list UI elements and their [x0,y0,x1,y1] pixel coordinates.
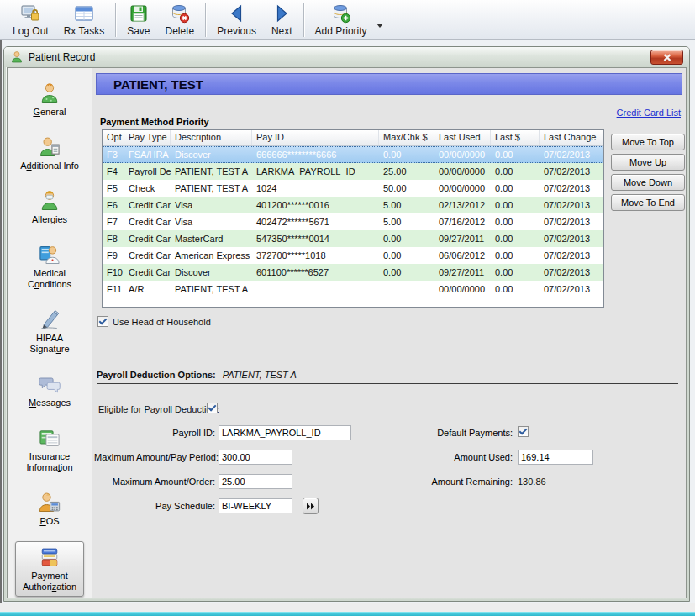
sidebar-item-insurance-information[interactable]: Insurance Information [16,423,83,476]
cell-last-amt: 0.00 [491,281,540,297]
column-header-pay-type[interactable]: Pay Type [124,130,171,145]
table-header-row: Opt Pay Type Description Pay ID Max/Chk … [103,130,603,146]
column-header-pay-id[interactable]: Pay ID [252,130,379,145]
max-amount-pay-period-label: Maximum Amount/Pay Period: [94,452,215,462]
close-button[interactable] [650,50,683,65]
payroll-section-subtitle: PATIENT, TEST A [223,370,297,380]
bottom-accent-bar [0,612,695,616]
credit-card-list-link[interactable]: Credit Card List [617,108,681,118]
cell-last-amt: 0.00 [491,163,540,180]
column-header-max-chk[interactable]: Max/Chk $ [379,130,434,145]
move-to-end-button[interactable]: Move To End [611,194,685,211]
table-row[interactable]: F10Credit CardDiscover601100******65270.… [103,264,603,281]
sidebar-label-medical-conditions: Medical Conditions [18,268,82,290]
payment-method-priority-title: Payment Method Priority [100,117,209,127]
save-button[interactable]: Save [119,0,157,39]
cell-pay-type: FSA/HRA ... [124,146,171,163]
cell-max-chk: 5.00 [379,197,434,213]
cell-description: MasterCard [171,230,252,247]
eligible-for-payroll-checkbox[interactable] [207,403,218,413]
allergies-person-mask-icon [38,189,61,213]
sidebar-item-payment-authorization[interactable]: Payment Authorization [15,541,84,597]
cell-last-amt: 0.00 [491,230,540,247]
sidebar-item-messages[interactable]: Messages [16,369,83,412]
window-body: General Additional Info [7,67,687,598]
sidebar-label-messages: Messages [18,398,82,408]
patient-record-window: Patient Record Genera [3,46,690,602]
pay-schedule-input[interactable] [219,498,292,513]
column-header-last-change[interactable]: Last Change [540,130,604,145]
cell-last-used: 09/27/2011 [434,264,491,281]
cell-description: Discover [171,146,252,163]
max-amount-order-input[interactable] [219,474,292,489]
add-priority-dropdown-arrow-icon[interactable] [376,24,383,28]
max-amount-pay-period-input[interactable] [219,450,292,465]
default-payments-checkbox[interactable] [518,426,529,437]
cell-last-used: 07/16/2012 [434,213,491,230]
rx-tasks-label: Rx Tasks [64,25,104,37]
use-head-of-household-checkbox[interactable] [97,316,108,327]
payment-authorization-icon [38,545,61,569]
sidebar: General Additional Info [8,68,92,598]
window-title: Patient Record [29,51,95,63]
table-row[interactable]: F3FSA/HRA ...Discover666666********66660… [103,146,603,163]
table-row[interactable]: F11A/RPATIENT, TEST A00/00/00000.0007/02… [103,281,603,297]
section-divider [97,383,678,384]
patient-record-icon [10,50,24,64]
move-to-top-button[interactable]: Move To Top [611,134,685,150]
insurance-cards-icon [38,426,61,450]
table-row[interactable]: F4Payroll De...PATIENT, TEST ALARKMA_PAY… [103,163,603,180]
table-row[interactable]: F6Credit CardVisa401200******00165.0002/… [103,197,603,213]
logout-button[interactable]: Log Out [5,0,56,39]
move-down-button[interactable]: Move Down [611,174,685,191]
previous-icon [227,3,247,24]
save-icon [129,3,149,24]
table-row[interactable]: F8Credit CardMasterCard547350******00140… [103,230,603,247]
column-header-opt[interactable]: Opt [103,130,124,145]
toolbar-separator [205,3,206,37]
cell-opt: F9 [103,247,124,264]
toolbar-separator [303,3,304,37]
cell-description: Visa [171,197,252,213]
sidebar-item-allergies[interactable]: Allergies [16,186,83,229]
cell-description: Discover [171,264,252,281]
amount-used-input[interactable] [518,450,593,465]
cell-last-used: 06/06/2012 [434,247,491,264]
sidebar-item-medical-conditions[interactable]: Medical Conditions [16,240,83,293]
cell-max-chk: 0.00 [379,247,434,264]
cell-last-used: 00/00/0000 [434,163,491,180]
column-header-last-used[interactable]: Last Used [434,130,491,145]
payroll-id-input[interactable] [219,425,351,440]
sidebar-item-pos[interactable]: POS [16,487,83,530]
cell-last-amt: 0.00 [491,264,540,281]
payroll-section-title: Payroll Deduction Options: [97,370,216,380]
sidebar-item-general[interactable]: General [16,78,83,121]
table-row[interactable]: F7Credit CardVisa402472******56715.0007/… [103,213,603,230]
cell-pay-id: 547350******0014 [252,230,379,247]
cell-pay-id: LARKMA_PAYROLL_ID [252,163,379,180]
table-row[interactable]: F5CheckPATIENT, TEST A102450.0000/00/000… [103,180,603,197]
next-button[interactable]: Next [264,0,300,39]
sidebar-item-hipaa-signature[interactable]: HIPAA Signature [16,304,83,358]
previous-button[interactable]: Previous [209,0,264,39]
rx-tasks-icon [74,3,94,24]
add-priority-button[interactable]: Add Priority [308,0,375,39]
toolbar-separator [115,3,116,37]
window-titlebar[interactable]: Patient Record [4,47,689,67]
delete-button[interactable]: Delete [158,0,203,39]
patient-name-header: PATIENT, TEST [96,73,682,95]
cell-pay-type: Credit Card [124,213,171,230]
move-up-button[interactable]: Move Up [611,154,685,171]
sidebar-item-additional-info[interactable]: Additional Info [16,132,83,175]
column-header-description[interactable]: Description [171,130,252,145]
cell-opt: F4 [103,163,124,180]
sidebar-label-insurance-information: Insurance Information [18,451,82,473]
max-amount-order-label: Maximum Amount/Order: [94,476,215,487]
rx-tasks-button[interactable]: Rx Tasks [56,0,112,39]
column-header-last-amt[interactable]: Last $ [491,130,540,145]
hipaa-signature-pen-icon [38,308,61,331]
double-right-arrow-icon [306,503,315,510]
pay-schedule-expand-button[interactable] [303,498,319,514]
table-row[interactable]: F9Credit CardAmerican Express372700*****… [103,247,603,264]
cell-pay-id: 402472******5671 [252,213,379,230]
